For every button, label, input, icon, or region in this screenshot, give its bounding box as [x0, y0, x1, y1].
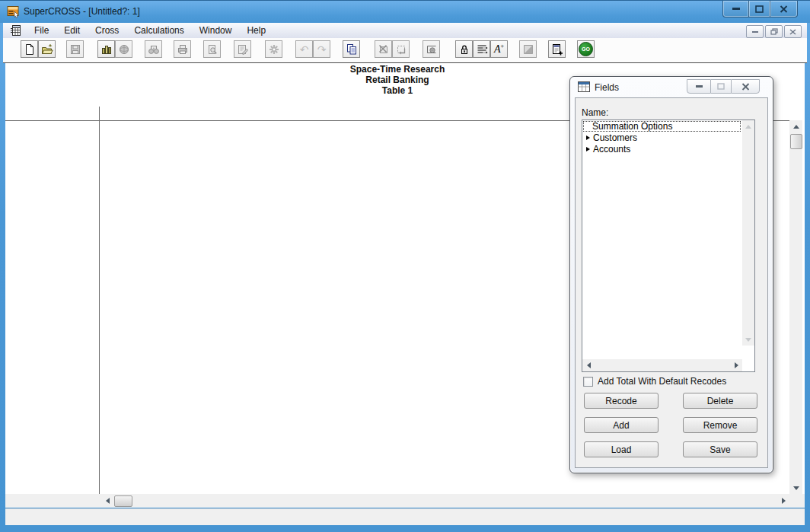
vertical-scroll-thumb[interactable]	[790, 134, 802, 149]
redo-icon: ↷	[317, 44, 327, 55]
menu-cross[interactable]: Cross	[88, 24, 126, 37]
window-controls	[722, 1, 798, 18]
copy-button[interactable]	[343, 40, 360, 58]
list-horizontal-scrollbar[interactable]	[582, 359, 742, 371]
minimize-icon	[732, 8, 740, 10]
edit-document-icon	[237, 43, 249, 56]
font-size-button[interactable]: A+	[490, 40, 508, 58]
maximize-icon	[755, 5, 764, 13]
new-table-button[interactable]	[21, 40, 38, 58]
derivations-button[interactable]	[265, 40, 282, 58]
fields-dialog-controls	[687, 79, 760, 94]
clear-table-button[interactable]	[375, 40, 392, 58]
sphere-button[interactable]	[115, 40, 132, 58]
scroll-down-button[interactable]	[789, 482, 802, 494]
mdi-close-button[interactable]	[784, 25, 802, 38]
shading-icon	[522, 43, 534, 56]
mdi-minimize-button[interactable]	[746, 25, 764, 38]
scroll-up-icon	[793, 125, 799, 129]
save-button[interactable]	[66, 40, 84, 58]
mdi-minimize-icon	[752, 31, 758, 33]
menu-edit[interactable]: Edit	[56, 24, 88, 37]
list-scroll-right-button[interactable]	[732, 359, 741, 371]
expand-arrow-icon[interactable]	[586, 147, 590, 151]
menu-calculations[interactable]: Calculations	[126, 24, 191, 37]
list-item-label: Customers	[593, 132, 637, 143]
scroll-up-button[interactable]	[789, 120, 802, 132]
dialog-minimize-button[interactable]	[687, 79, 711, 94]
new-document-icon	[24, 43, 36, 56]
window-title: SuperCROSS - [Untitled?: 1]	[24, 6, 140, 17]
search-button[interactable]	[145, 40, 162, 58]
menu-window[interactable]: Window	[192, 24, 240, 37]
mdi-child-controls	[745, 25, 802, 38]
print-preview-button[interactable]	[203, 40, 221, 58]
list-scroll-down-button[interactable]	[742, 335, 754, 344]
lock-button[interactable]	[455, 40, 473, 58]
list-item-label: Summation Options	[592, 121, 672, 132]
remove-button[interactable]: Remove	[683, 417, 757, 433]
list-item-accounts[interactable]: Accounts	[583, 144, 741, 155]
save-disk-icon	[69, 43, 81, 56]
open-button[interactable]	[38, 40, 56, 58]
fields-dialog-title: Fields	[595, 82, 619, 93]
minimize-button[interactable]	[722, 1, 749, 18]
copy-icon	[346, 43, 358, 56]
undo-button[interactable]: ↶	[295, 40, 313, 58]
list-scroll-up-button[interactable]	[742, 122, 754, 131]
chart-button[interactable]	[97, 40, 115, 58]
horizontal-scroll-thumb[interactable]	[114, 495, 132, 507]
delete-button[interactable]: Delete	[683, 393, 757, 409]
scroll-left-icon	[106, 498, 110, 504]
scroll-left-button[interactable]	[101, 494, 113, 508]
transpose-button[interactable]	[392, 40, 410, 58]
list-vertical-scrollbar[interactable]	[742, 120, 754, 346]
dialog-minimize-icon	[696, 85, 703, 88]
fields-dialog-icon	[578, 81, 590, 93]
recode-button[interactable]: Recode	[584, 393, 659, 409]
app-icon	[7, 5, 21, 18]
application-window: SuperCROSS - [Untitled?: 1] File Edit Cr…	[0, 0, 810, 532]
list-item-customers[interactable]: Customers	[583, 132, 741, 143]
list-item-summation-options[interactable]: Summation Options	[583, 121, 741, 132]
fields-list[interactable]: Summation Options Customers Accounts	[582, 119, 755, 372]
table-marker-icon	[426, 43, 438, 56]
menu-help[interactable]: Help	[239, 24, 273, 37]
horizontal-scrollbar[interactable]	[5, 494, 805, 508]
titlebar: SuperCROSS - [Untitled?: 1]	[0, 0, 810, 23]
menubar: File Edit Cross Calculations Window Help	[3, 23, 807, 38]
save-dialog-button[interactable]: Save	[683, 441, 757, 457]
document-table-icon	[10, 24, 22, 37]
add-total-checkbox[interactable]	[583, 377, 593, 387]
load-button[interactable]: Load	[584, 441, 659, 457]
mdi-restore-button[interactable]	[765, 25, 783, 38]
scroll-up-icon	[745, 125, 751, 129]
bar-chart-icon	[100, 43, 113, 56]
go-icon: GO	[579, 42, 593, 56]
add-button[interactable]: Add	[584, 417, 659, 433]
dialog-maximize-button[interactable]	[711, 79, 731, 94]
menu-file[interactable]: File	[27, 24, 56, 37]
maximize-button[interactable]	[749, 1, 770, 18]
edit-button[interactable]	[234, 40, 251, 58]
scroll-right-button[interactable]	[777, 494, 789, 508]
scroll-left-icon	[587, 362, 591, 368]
field-arrange-button[interactable]	[473, 40, 490, 58]
table-title-line-1: Space-Time Research	[5, 64, 789, 75]
print-button[interactable]	[174, 40, 191, 58]
fields-dialog: Fields Name: Summation Options Customers	[569, 76, 773, 473]
transpose-table-icon	[395, 43, 407, 56]
shading-button[interactable]	[519, 40, 537, 58]
add-table-button[interactable]	[548, 40, 566, 58]
list-scroll-left-button[interactable]	[584, 359, 593, 371]
print-preview-icon	[206, 43, 218, 56]
expand-arrow-icon[interactable]	[586, 135, 590, 140]
printer-icon	[177, 43, 189, 56]
field-arrange-icon	[476, 43, 488, 56]
table-marker-button[interactable]	[423, 40, 440, 58]
dialog-close-button[interactable]	[731, 79, 760, 94]
redo-button[interactable]: ↷	[313, 40, 330, 58]
close-button[interactable]	[770, 1, 798, 18]
vertical-scrollbar[interactable]	[789, 120, 802, 494]
go-button[interactable]: GO	[577, 40, 595, 58]
